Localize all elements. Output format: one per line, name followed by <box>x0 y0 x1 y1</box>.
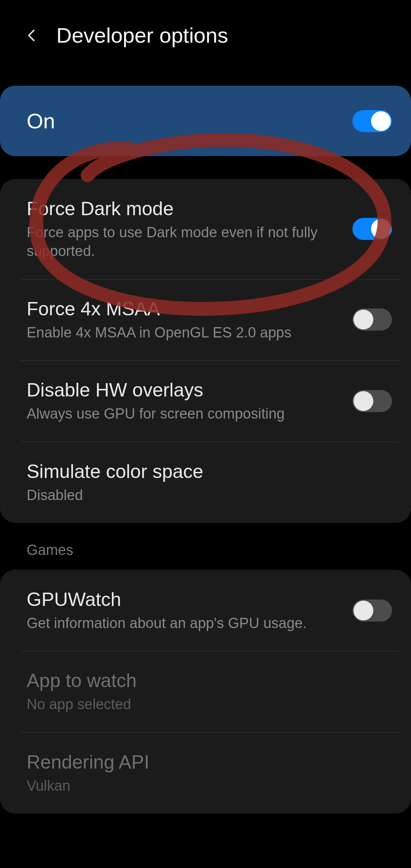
section-label-games: Games <box>0 523 411 566</box>
row-title: GPUWatch <box>27 588 341 611</box>
row-subtitle: Vulkan <box>27 777 381 795</box>
master-toggle-label: On <box>27 109 55 133</box>
toggle-gpuwatch[interactable] <box>352 599 392 622</box>
row-gpuwatch[interactable]: GPUWatch Get information about an app's … <box>0 570 411 651</box>
row-disable-hw-overlays[interactable]: Disable HW overlays Always use GPU for s… <box>0 360 411 441</box>
page-title: Developer options <box>56 23 228 48</box>
settings-group-rendering: Force Dark mode Force apps to use Dark m… <box>0 179 411 523</box>
toggle-disable-hw-overlays[interactable] <box>352 390 392 412</box>
row-rendering-api: Rendering API Vulkan <box>0 732 411 814</box>
row-title: Rendering API <box>27 751 381 774</box>
settings-group-games: GPUWatch Get information about an app's … <box>0 570 411 814</box>
row-title: Force 4x MSAA <box>27 297 341 320</box>
row-title: Simulate color space <box>27 460 381 483</box>
row-subtitle: Force apps to use Dark mode even if not … <box>27 223 341 261</box>
row-subtitle: Enable 4x MSAA in OpenGL ES 2.0 apps <box>27 323 341 342</box>
back-button[interactable] <box>23 26 41 45</box>
row-subtitle: Always use GPU for screen compositing <box>27 404 341 423</box>
toggle-force-4x-msaa[interactable] <box>352 309 392 331</box>
row-title: Force Dark mode <box>27 197 341 220</box>
row-app-to-watch: App to watch No app selected <box>0 651 411 732</box>
row-title: Disable HW overlays <box>27 379 341 401</box>
master-toggle-card[interactable]: On <box>0 86 411 156</box>
row-subtitle: Get information about an app's GPU usage… <box>27 614 341 633</box>
row-simulate-color-space[interactable]: Simulate color space Disabled <box>0 442 411 523</box>
master-toggle[interactable] <box>352 110 392 132</box>
app-header: Developer options <box>0 11 411 70</box>
row-subtitle: Disabled <box>27 486 381 505</box>
row-title: App to watch <box>27 669 381 692</box>
toggle-force-dark-mode[interactable] <box>352 218 392 240</box>
row-force-4x-msaa[interactable]: Force 4x MSAA Enable 4x MSAA in OpenGL E… <box>0 279 411 360</box>
chevron-left-icon <box>24 28 40 43</box>
row-subtitle: No app selected <box>27 695 381 714</box>
row-force-dark-mode[interactable]: Force Dark mode Force apps to use Dark m… <box>0 179 411 279</box>
